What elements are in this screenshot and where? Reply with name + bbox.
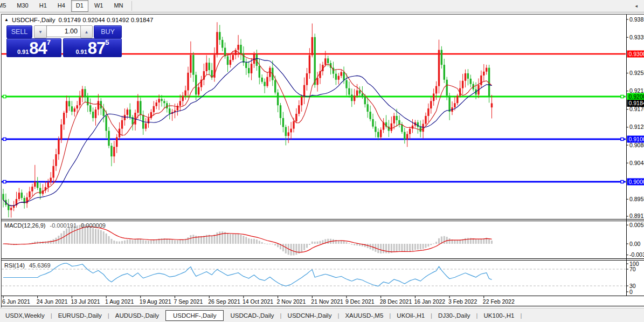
- macd-signal-value: 0.000009: [81, 222, 106, 229]
- buy-price-box[interactable]: 0.91 87 5: [63, 38, 122, 57]
- tab-separator: |: [520, 312, 522, 319]
- timeframe-button-w1[interactable]: W1: [89, 0, 108, 12]
- chart-symbol-label: USDCHF-,Daily: [12, 17, 56, 23]
- tab-usdchf-daily[interactable]: USDCHF-,Daily: [165, 310, 224, 321]
- timeframe-button-h4[interactable]: H4: [53, 0, 70, 12]
- rsi-name: RSI(14): [4, 262, 25, 269]
- buy-button[interactable]: BUY: [94, 25, 122, 38]
- rsi-value: 45.6369: [29, 262, 51, 269]
- macd-main-value: -0.000191: [50, 222, 77, 229]
- timeframe-toolbar: M5M30H1H4D1W1MN: [0, 0, 644, 12]
- tab-ukoil-h1[interactable]: UKOil-,H1: [391, 311, 430, 320]
- tab-dj30-daily[interactable]: DJ30-,Daily: [433, 311, 475, 320]
- timeframe-button-m30[interactable]: M30: [12, 0, 33, 12]
- chart-window: [1, 14, 644, 307]
- sell-price-prefix: 0.91: [17, 49, 29, 56]
- symbol-tabbar: USDX,Weekly|EURUSD-,Daily|AUDUSD-,DailyU…: [0, 308, 644, 322]
- sell-button[interactable]: SELL: [6, 25, 32, 38]
- chevron-down-icon: ▼: [38, 30, 43, 35]
- tab-usdcad-daily[interactable]: USDCAD-,Daily: [225, 311, 279, 320]
- buy-price-big: 87: [88, 41, 105, 56]
- chevron-up-icon: ▲: [85, 30, 89, 35]
- timeframe-button-m5[interactable]: M5: [0, 0, 11, 12]
- volume-down-button[interactable]: ▼: [34, 25, 47, 38]
- tab-uk100-h1[interactable]: UK100-,H1: [479, 311, 520, 320]
- timeframe-button-h1[interactable]: H1: [34, 0, 52, 12]
- timeframe-button-mn[interactable]: MN: [109, 0, 128, 12]
- tab-xauusd-m5[interactable]: XAUUSD-,M5: [340, 311, 389, 320]
- volume-up-button[interactable]: ▲: [80, 25, 93, 38]
- collapse-panel-icon[interactable]: ▲: [4, 17, 9, 22]
- buy-price-pip: 5: [105, 39, 109, 46]
- one-click-trade-panel: SELL ▼ ▲ BUY 0.91 84 7 0.91 87 5: [5, 24, 122, 57]
- sell-price-big: 84: [29, 41, 46, 56]
- timeframe-button-d1[interactable]: D1: [71, 0, 88, 12]
- rsi-label: RSI(14) 45.6369: [4, 262, 51, 269]
- volume-input[interactable]: [46, 25, 81, 37]
- macd-name: MACD(12,26,9): [4, 222, 45, 229]
- sell-price-pip: 7: [47, 39, 51, 46]
- macd-label: MACD(12,26,9) -0.000191 0.000009: [4, 222, 106, 229]
- chart-ohlc-values: 0.91749 0.92044 0.91492 0.91847: [58, 17, 153, 23]
- chart-title: ▲ USDCHF-,Daily 0.91749 0.92044 0.91492 …: [4, 17, 153, 23]
- tab-audusd-daily[interactable]: AUDUSD-,Daily: [110, 311, 164, 320]
- tab-scroll-left-icon[interactable]: ◂: [635, 3, 638, 9]
- tab-usdcnh-daily[interactable]: USDCNH-,Daily: [282, 311, 337, 320]
- tab-eurusd-daily[interactable]: EURUSD-,Daily: [53, 311, 107, 320]
- sell-price-box[interactable]: 0.91 84 7: [6, 38, 61, 57]
- toolbar-separator: [131, 1, 132, 11]
- buy-price-prefix: 0.91: [75, 49, 87, 56]
- tab-usdx-weekly[interactable]: USDX,Weekly: [0, 311, 50, 320]
